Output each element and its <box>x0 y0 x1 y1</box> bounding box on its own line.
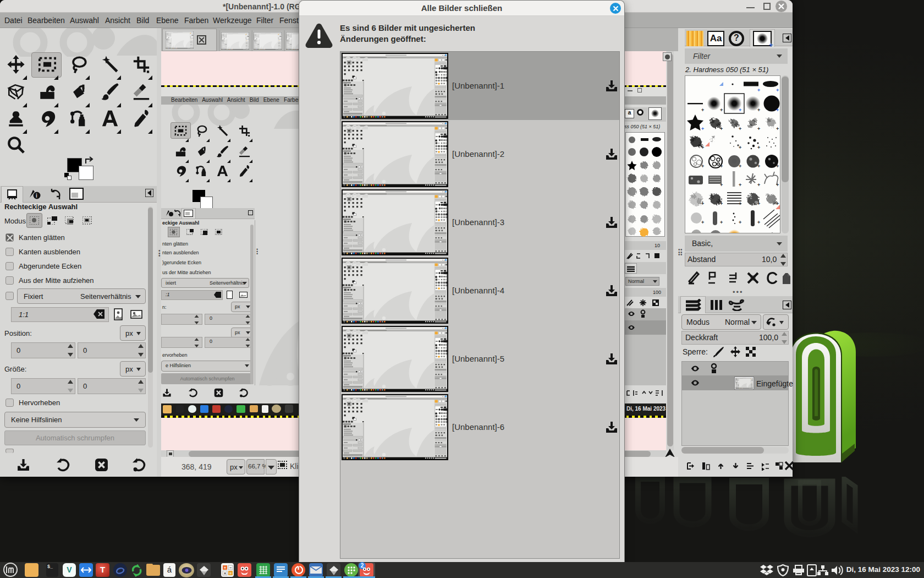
svg-text:+: + <box>224 566 226 570</box>
svg-text:+: + <box>757 126 760 132</box>
svg-text:+: + <box>720 107 723 113</box>
svg-text:i: i <box>36 193 37 199</box>
svg-text:+: + <box>776 201 779 206</box>
svg-text:+: + <box>739 182 741 188</box>
svg-text:+: + <box>739 145 741 150</box>
svg-text:+: + <box>720 220 723 225</box>
svg-text:+: + <box>720 201 723 206</box>
svg-text:+: + <box>701 220 704 225</box>
svg-text:+: + <box>757 88 760 93</box>
svg-text:+: + <box>776 88 779 93</box>
svg-text:+: + <box>701 201 704 206</box>
svg-text:+: + <box>757 107 760 113</box>
svg-text:+: + <box>720 163 723 169</box>
svg-text:+: + <box>720 126 723 132</box>
svg-text:+: + <box>701 126 704 132</box>
svg-text:+: + <box>701 163 704 169</box>
svg-text:+: + <box>739 126 741 132</box>
svg-text:+: + <box>739 201 741 206</box>
svg-text:+: + <box>776 126 779 132</box>
svg-text:−: − <box>229 566 232 570</box>
svg-text:+: + <box>757 145 760 150</box>
svg-text:=: = <box>229 571 232 575</box>
svg-text:+: + <box>701 107 704 113</box>
svg-text:+: + <box>720 182 723 188</box>
svg-text:+: + <box>739 220 741 225</box>
svg-text:+: + <box>757 201 760 206</box>
svg-text:+: + <box>757 182 760 188</box>
svg-text:+: + <box>739 163 741 169</box>
svg-text:+: + <box>757 163 760 169</box>
svg-text:+: + <box>776 182 779 188</box>
svg-text:×: × <box>224 571 226 575</box>
svg-text:+: + <box>757 220 760 225</box>
svg-text:+: + <box>701 145 704 150</box>
svg-text:+: + <box>739 107 741 113</box>
svg-text:+: + <box>776 163 779 169</box>
svg-text:+: + <box>776 107 779 113</box>
